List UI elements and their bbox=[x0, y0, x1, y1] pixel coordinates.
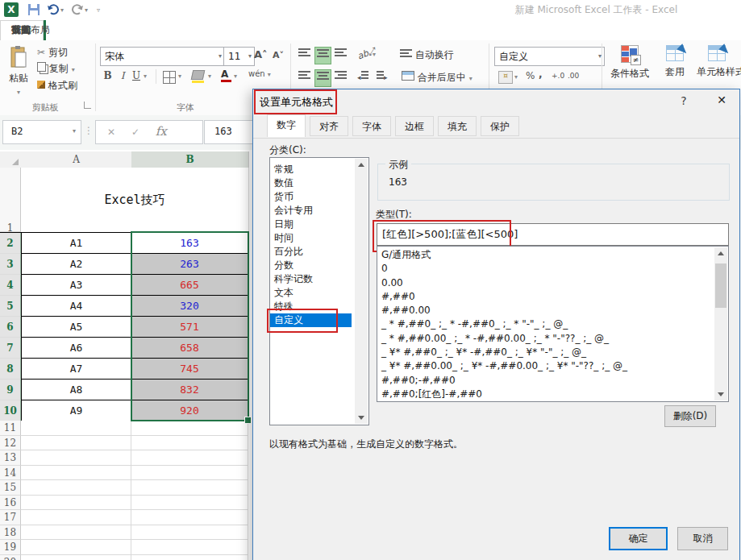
decrease-font-icon[interactable]: A˅ bbox=[273, 50, 284, 60]
empty-cell[interactable] bbox=[21, 540, 131, 555]
cell-a[interactable]: A2 bbox=[21, 254, 131, 275]
borders-dropdown-icon[interactable]: ▾ bbox=[178, 73, 181, 80]
decrease-indent-icon[interactable]: ◂ bbox=[357, 71, 368, 82]
format-list-scrollbar[interactable] bbox=[714, 247, 727, 400]
cell-b[interactable]: 745 bbox=[131, 359, 248, 380]
number-format-combo[interactable]: 自定义▾ bbox=[494, 47, 605, 66]
increase-decimal-icon[interactable]: +.0 bbox=[552, 72, 564, 80]
empty-cell[interactable] bbox=[131, 436, 248, 451]
category-item[interactable]: 会计专用 bbox=[270, 204, 352, 218]
increase-font-icon[interactable]: A˄ bbox=[254, 48, 268, 60]
column-header-b[interactable]: B bbox=[131, 151, 249, 169]
row-header[interactable]: 7 bbox=[0, 338, 21, 359]
format-code-item[interactable]: _ ¥* #,##0_ ;_ ¥* -#,##0_ ;_ ¥* "-"_ ;_ … bbox=[377, 346, 708, 359]
underline-button[interactable]: U bbox=[131, 70, 141, 81]
undo-dropdown-icon[interactable]: ▾ bbox=[60, 6, 64, 14]
cell-a[interactable]: A1 bbox=[21, 233, 131, 254]
font-color-icon[interactable]: A bbox=[221, 68, 231, 82]
underline-dropdown-icon[interactable]: ▾ bbox=[144, 73, 147, 80]
dialog-help-icon[interactable]: ? bbox=[674, 94, 693, 107]
merge-center-button[interactable]: 合并后居中 ▾ bbox=[402, 71, 472, 85]
name-box[interactable]: B2 ▾ bbox=[2, 120, 81, 144]
redo-icon[interactable] bbox=[71, 3, 84, 16]
category-scrollbar[interactable] bbox=[355, 159, 368, 424]
name-box-dropdown-icon[interactable]: ▾ bbox=[73, 121, 76, 142]
empty-cell[interactable] bbox=[21, 421, 131, 436]
scroll-down-icon[interactable] bbox=[358, 416, 364, 420]
row-header[interactable]: 17 bbox=[0, 510, 21, 525]
empty-cell[interactable] bbox=[131, 555, 248, 560]
empty-cell[interactable] bbox=[131, 466, 248, 481]
dialog-tab[interactable]: 保护 bbox=[481, 116, 519, 136]
cancel-button[interactable]: 取消 bbox=[677, 527, 728, 550]
align-bottom-icon[interactable] bbox=[333, 47, 348, 63]
orientation-dropdown-icon[interactable]: ▾ bbox=[373, 51, 376, 58]
redo-dropdown-icon[interactable]: ▾ bbox=[85, 6, 88, 14]
row-header[interactable]: 3 bbox=[0, 254, 21, 275]
dialog-tab[interactable]: 边框 bbox=[395, 116, 434, 136]
row-header[interactable]: 19 bbox=[0, 540, 21, 555]
font-name-combo[interactable]: 宋体▾ bbox=[100, 47, 225, 66]
format-code-item[interactable]: _ ¥* #,##0.00_ ;_ ¥* -#,##0.00_ ;_ ¥* "-… bbox=[377, 359, 708, 373]
bold-button[interactable]: B bbox=[102, 70, 114, 81]
row-header[interactable]: 16 bbox=[0, 496, 21, 511]
format-code-listbox[interactable]: G/通用格式00.00#,##0#,##0.00_ * #,##0_ ;_ * … bbox=[377, 246, 729, 402]
category-item[interactable]: 文本 bbox=[270, 286, 352, 300]
percent-style-icon[interactable]: % bbox=[526, 70, 535, 81]
cell-a[interactable]: A8 bbox=[21, 380, 131, 400]
cell-b[interactable]: 920 bbox=[131, 400, 248, 421]
empty-cell[interactable] bbox=[21, 496, 131, 511]
format-as-table-button[interactable]: 套用 bbox=[657, 45, 693, 79]
cut-button[interactable]: ✂ 剪切 bbox=[37, 46, 68, 60]
cell-a[interactable]: A5 bbox=[21, 317, 131, 338]
merged-title-cell[interactable]: Excel技巧 bbox=[21, 168, 249, 232]
cell-a[interactable]: A9 bbox=[21, 400, 131, 421]
category-item[interactable]: 特殊 bbox=[270, 300, 352, 313]
decrease-decimal-icon[interactable]: .00 bbox=[568, 72, 579, 80]
empty-cell[interactable] bbox=[131, 496, 248, 511]
row-header[interactable]: 12 bbox=[0, 436, 21, 451]
dialog-close-icon[interactable]: ✕ bbox=[711, 93, 732, 106]
row-header[interactable]: 18 bbox=[0, 525, 21, 541]
category-item[interactable]: 自定义 bbox=[270, 313, 352, 327]
comma-style-icon[interactable]: , bbox=[539, 68, 543, 80]
cell-a[interactable]: A3 bbox=[21, 275, 131, 296]
align-right-icon[interactable] bbox=[333, 69, 348, 85]
font-color-dropdown-icon[interactable]: ▾ bbox=[234, 73, 237, 80]
copy-dropdown-icon[interactable]: ▾ bbox=[72, 66, 75, 73]
category-item[interactable]: 时间 bbox=[270, 231, 352, 245]
borders-icon[interactable] bbox=[163, 71, 176, 84]
paste-button[interactable]: 粘贴 ▾ bbox=[5, 45, 32, 95]
scroll-down-icon[interactable] bbox=[718, 392, 724, 396]
empty-cell[interactable] bbox=[21, 525, 131, 541]
empty-cell[interactable] bbox=[21, 436, 131, 451]
insert-function-icon[interactable]: fx bbox=[143, 124, 167, 139]
italic-button[interactable]: I bbox=[118, 70, 127, 81]
copy-button[interactable]: 复制 ▾ bbox=[37, 62, 75, 76]
ok-button[interactable]: 确定 bbox=[609, 527, 668, 550]
cell-styles-button[interactable]: 单元格样式 bbox=[697, 45, 741, 79]
align-top-icon[interactable] bbox=[297, 47, 312, 63]
accounting-format-icon[interactable]: ¤ bbox=[498, 71, 513, 84]
cell-a[interactable]: A7 bbox=[21, 359, 131, 380]
category-item[interactable]: 常规 bbox=[270, 163, 352, 176]
cell-b[interactable]: 263 bbox=[131, 254, 248, 275]
cell-b[interactable]: 658 bbox=[131, 338, 248, 359]
cancel-entry-icon[interactable]: ✕ bbox=[96, 127, 115, 138]
increase-indent-icon[interactable]: ▸ bbox=[377, 71, 388, 82]
fill-color-icon[interactable] bbox=[192, 70, 204, 83]
type-input[interactable]: [红色][>500];[蓝色][<500] bbox=[377, 223, 729, 246]
dialog-tab[interactable]: 填充 bbox=[438, 116, 477, 136]
cell-b[interactable]: 163 bbox=[131, 233, 248, 254]
paste-dropdown-icon[interactable]: ▾ bbox=[17, 89, 20, 96]
accounting-dropdown-icon[interactable]: ▾ bbox=[514, 73, 518, 81]
dialog-tab[interactable]: 字体 bbox=[352, 116, 391, 136]
format-code-item[interactable]: #,##0;[红色]-#,##0 bbox=[377, 388, 708, 401]
delete-button[interactable]: 删除(D) bbox=[664, 405, 716, 427]
confirm-entry-icon[interactable]: ✓ bbox=[119, 127, 139, 138]
empty-cell[interactable] bbox=[131, 525, 248, 541]
phonetic-button[interactable]: wén ▾ bbox=[248, 69, 271, 78]
format-code-item[interactable]: G/通用格式 bbox=[377, 248, 708, 262]
empty-cell[interactable] bbox=[21, 510, 131, 525]
cell-b[interactable]: 665 bbox=[131, 275, 248, 296]
